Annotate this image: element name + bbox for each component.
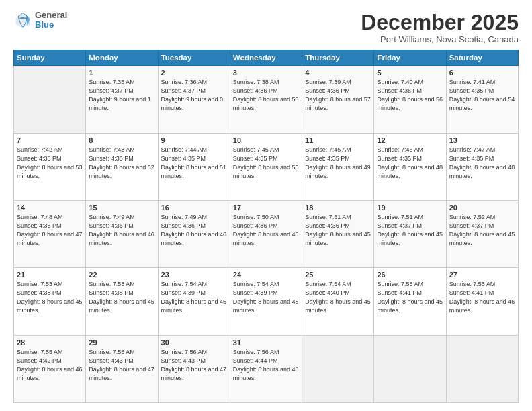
calendar-cell: 17Sunrise: 7:50 AMSunset: 4:36 PMDayligh… [230,200,302,267]
day-number: 16 [161,203,227,212]
day-number: 5 [377,68,443,77]
calendar-cell: 12Sunrise: 7:46 AMSunset: 4:35 PMDayligh… [374,133,446,200]
day-number: 19 [377,203,443,212]
calendar-cell: 6Sunrise: 7:41 AMSunset: 4:35 PMDaylight… [446,66,518,133]
day-number: 27 [449,271,515,279]
calendar-cell: 15Sunrise: 7:49 AMSunset: 4:36 PMDayligh… [86,200,158,267]
day-number: 20 [449,203,515,212]
day-number: 4 [305,68,371,77]
day-number: 18 [305,203,371,212]
calendar-cell: 25Sunrise: 7:54 AMSunset: 4:40 PMDayligh… [302,268,374,335]
cell-content: Sunrise: 7:55 AMSunset: 4:42 PMDaylight:… [17,348,83,383]
cell-content: Sunrise: 7:56 AMSunset: 4:43 PMDaylight:… [161,348,227,383]
day-number: 29 [89,338,154,347]
day-number: 22 [89,271,154,279]
calendar-cell: 21Sunrise: 7:53 AMSunset: 4:38 PMDayligh… [14,268,86,335]
weekday-header-friday: Friday [374,50,446,66]
month-title: December 2025 [361,11,519,34]
calendar-cell: 18Sunrise: 7:51 AMSunset: 4:36 PMDayligh… [302,200,374,267]
cell-content: Sunrise: 7:47 AMSunset: 4:35 PMDaylight:… [449,146,515,181]
day-number: 24 [233,271,299,279]
cell-content: Sunrise: 7:41 AMSunset: 4:35 PMDaylight:… [449,78,515,113]
day-number: 25 [305,271,371,279]
calendar-table: SundayMondayTuesdayWednesdayThursdayFrid… [13,50,519,403]
day-number: 1 [89,68,154,77]
calendar-cell: 16Sunrise: 7:49 AMSunset: 4:36 PMDayligh… [158,200,230,267]
title-block: December 2025 Port Williams, Nova Scotia… [361,11,519,44]
day-number: 23 [161,271,227,279]
calendar-cell: 9Sunrise: 7:44 AMSunset: 4:35 PMDaylight… [158,133,230,200]
day-number: 14 [17,203,83,212]
day-number: 2 [161,68,227,77]
logo-text: General Blue [35,11,67,30]
calendar-cell: 11Sunrise: 7:45 AMSunset: 4:35 PMDayligh… [302,133,374,200]
weekday-header-row: SundayMondayTuesdayWednesdayThursdayFrid… [14,50,519,66]
header: General Blue December 2025 Port Williams… [13,11,519,44]
day-number: 11 [305,136,371,144]
calendar-cell: 2Sunrise: 7:36 AMSunset: 4:37 PMDaylight… [158,66,230,133]
week-row-1: 7Sunrise: 7:42 AMSunset: 4:35 PMDaylight… [14,133,519,200]
cell-content: Sunrise: 7:45 AMSunset: 4:35 PMDaylight:… [233,146,299,181]
calendar-page: General Blue December 2025 Port Williams… [0,0,532,411]
cell-content: Sunrise: 7:55 AMSunset: 4:41 PMDaylight:… [377,280,443,315]
calendar-cell: 3Sunrise: 7:38 AMSunset: 4:36 PMDaylight… [230,66,302,133]
day-number: 28 [17,338,83,347]
cell-content: Sunrise: 7:52 AMSunset: 4:37 PMDaylight:… [449,213,515,248]
calendar-cell [14,66,86,133]
cell-content: Sunrise: 7:49 AMSunset: 4:36 PMDaylight:… [89,213,154,248]
calendar-cell: 14Sunrise: 7:48 AMSunset: 4:35 PMDayligh… [14,200,86,267]
cell-content: Sunrise: 7:42 AMSunset: 4:35 PMDaylight:… [17,146,83,181]
day-number: 6 [449,68,515,77]
weekday-header-sunday: Sunday [14,50,86,66]
logo-blue: Blue [35,20,67,30]
day-number: 13 [449,136,515,144]
day-number: 30 [161,338,227,347]
week-row-3: 21Sunrise: 7:53 AMSunset: 4:38 PMDayligh… [14,268,519,335]
calendar-cell: 22Sunrise: 7:53 AMSunset: 4:38 PMDayligh… [86,268,158,335]
cell-content: Sunrise: 7:43 AMSunset: 4:35 PMDaylight:… [89,146,154,181]
calendar-cell: 30Sunrise: 7:56 AMSunset: 4:43 PMDayligh… [158,335,230,402]
weekday-header-wednesday: Wednesday [230,50,302,66]
cell-content: Sunrise: 7:54 AMSunset: 4:40 PMDaylight:… [305,280,371,315]
day-number: 17 [233,203,299,212]
cell-content: Sunrise: 7:38 AMSunset: 4:36 PMDaylight:… [233,78,299,113]
cell-content: Sunrise: 7:55 AMSunset: 4:43 PMDaylight:… [89,348,154,383]
day-number: 10 [233,136,299,144]
calendar-cell [302,335,374,402]
location: Port Williams, Nova Scotia, Canada [361,34,519,44]
calendar-cell: 13Sunrise: 7:47 AMSunset: 4:35 PMDayligh… [446,133,518,200]
day-number: 12 [377,136,443,144]
cell-content: Sunrise: 7:49 AMSunset: 4:36 PMDaylight:… [161,213,227,248]
calendar-cell: 23Sunrise: 7:54 AMSunset: 4:39 PMDayligh… [158,268,230,335]
calendar-cell: 31Sunrise: 7:56 AMSunset: 4:44 PMDayligh… [230,335,302,402]
cell-content: Sunrise: 7:45 AMSunset: 4:35 PMDaylight:… [305,146,371,181]
calendar-cell: 27Sunrise: 7:55 AMSunset: 4:41 PMDayligh… [446,268,518,335]
cell-content: Sunrise: 7:44 AMSunset: 4:35 PMDaylight:… [161,146,227,181]
day-number: 7 [17,136,83,144]
day-number: 8 [89,136,154,144]
calendar-cell [446,335,518,402]
cell-content: Sunrise: 7:40 AMSunset: 4:36 PMDaylight:… [377,78,443,113]
calendar-cell: 19Sunrise: 7:51 AMSunset: 4:37 PMDayligh… [374,200,446,267]
weekday-header-tuesday: Tuesday [158,50,230,66]
cell-content: Sunrise: 7:50 AMSunset: 4:36 PMDaylight:… [233,213,299,248]
cell-content: Sunrise: 7:48 AMSunset: 4:35 PMDaylight:… [17,213,83,248]
week-row-4: 28Sunrise: 7:55 AMSunset: 4:42 PMDayligh… [14,335,519,402]
weekday-header-monday: Monday [86,50,158,66]
cell-content: Sunrise: 7:36 AMSunset: 4:37 PMDaylight:… [161,78,227,113]
logo-general: General [35,11,67,20]
cell-content: Sunrise: 7:56 AMSunset: 4:44 PMDaylight:… [233,348,299,383]
day-number: 3 [233,68,299,77]
weekday-header-thursday: Thursday [302,50,374,66]
day-number: 21 [17,271,83,279]
day-number: 31 [233,338,299,347]
day-number: 15 [89,203,154,212]
calendar-cell: 10Sunrise: 7:45 AMSunset: 4:35 PMDayligh… [230,133,302,200]
cell-content: Sunrise: 7:53 AMSunset: 4:38 PMDaylight:… [89,280,154,315]
cell-content: Sunrise: 7:46 AMSunset: 4:35 PMDaylight:… [377,146,443,181]
week-row-0: 1Sunrise: 7:35 AMSunset: 4:37 PMDaylight… [14,66,519,133]
calendar-cell: 28Sunrise: 7:55 AMSunset: 4:42 PMDayligh… [14,335,86,402]
calendar-cell: 29Sunrise: 7:55 AMSunset: 4:43 PMDayligh… [86,335,158,402]
calendar-cell [374,335,446,402]
cell-content: Sunrise: 7:53 AMSunset: 4:38 PMDaylight:… [17,280,83,315]
